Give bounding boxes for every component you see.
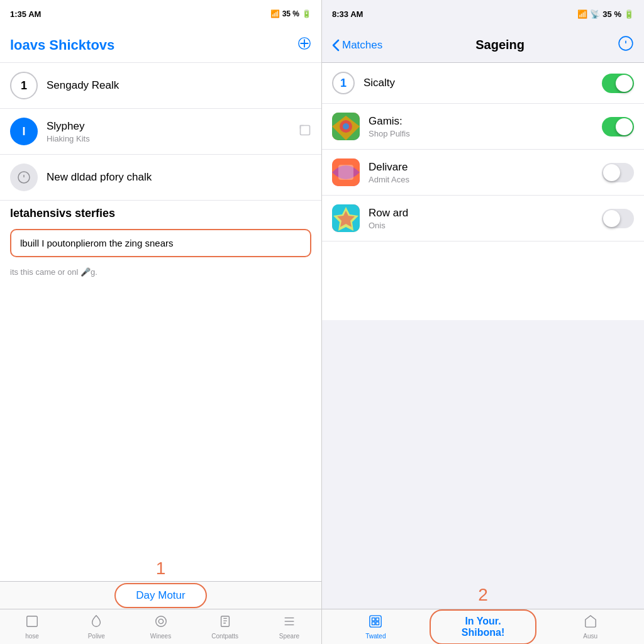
left-status-time: 1:35 AM — [10, 9, 41, 19]
left-header: loavs Shicktovs — [0, 28, 321, 63]
battery-icon-right: 🔋 — [624, 9, 634, 19]
battery-left: 35 % — [282, 9, 299, 18]
toggle-knob — [616, 118, 633, 135]
item-name: Sengady Realk — [47, 79, 311, 92]
left-panel: 1:35 AM 📶 35 % 🔋 loavs Shicktovs 1 Senga… — [0, 0, 322, 644]
toggle-knob — [603, 164, 620, 181]
item-sub: Admit Aces — [369, 175, 593, 184]
item-sub: Onis — [369, 221, 593, 230]
left-header-title: loavs Shicktovs — [10, 37, 114, 53]
reward-icon — [332, 204, 360, 232]
tab-ausu-label: Ausu — [583, 633, 597, 640]
wifi-icon: 📶 — [270, 9, 280, 18]
settings-item-delivare[interactable]: Delivare Admit Aces — [322, 150, 644, 196]
right-header-title: Sageing — [387, 38, 613, 52]
item-name: Delivare — [369, 161, 593, 174]
item-name: Gamis: — [369, 115, 593, 128]
tab-twated[interactable]: Twated — [322, 614, 430, 640]
back-button[interactable]: Matches — [332, 39, 382, 52]
svg-rect-23 — [376, 621, 379, 625]
polive-icon — [89, 614, 103, 631]
right-status-time: 8:33 AM — [332, 9, 363, 19]
toggle-delivare[interactable] — [602, 163, 634, 182]
list-item-text: New dldad pfory chalk — [47, 171, 311, 184]
right-status-icons: 📶 📡 35 % 🔋 — [577, 9, 634, 19]
status-bar-right: 8:33 AM 📶 📡 35 % 🔋 — [322, 0, 644, 28]
tab-in-your[interactable]: In Your. Shibona! — [430, 609, 537, 645]
svg-point-5 — [158, 619, 163, 623]
item-name: Slyphey — [47, 120, 290, 133]
right-header: Matches Sageing — [322, 28, 644, 63]
section-header: letahensivs sterfies — [0, 201, 321, 224]
sub-text: its this came or onl 🎤g. — [10, 267, 311, 277]
settings-item-gamis[interactable]: Gamis: Shop Pulfis — [322, 104, 644, 150]
list-item-text: Slyphey Hiaking Kits — [47, 120, 290, 143]
tab-contpatts[interactable]: Contpatts — [193, 614, 257, 640]
svg-rect-21 — [376, 618, 379, 621]
right-content: 1 Sicalty Gamis: Shop Pulfis — [322, 63, 644, 320]
avatar-number: 1 — [10, 72, 38, 99]
svg-point-4 — [155, 616, 166, 626]
settings-text: Row ard Onis — [369, 207, 593, 230]
tab-hose-label: hose — [25, 633, 39, 640]
item-name: New dldad pfory chalk — [47, 171, 311, 184]
tab-speare-label: Speare — [279, 633, 299, 640]
speare-icon — [282, 614, 296, 631]
avatar-gray — [10, 164, 38, 191]
svg-rect-6 — [221, 616, 229, 626]
tab-ausu[interactable]: Ausu — [536, 614, 644, 640]
tab-polive-label: Polive — [88, 633, 105, 640]
winees-icon — [154, 614, 168, 631]
right-annotation: 2 — [322, 577, 644, 609]
tab-winees-label: Winees — [150, 633, 171, 640]
svg-rect-22 — [372, 621, 375, 625]
in-your-button[interactable]: In Your. Shibona! — [430, 609, 537, 645]
tab-winees[interactable]: Winees — [128, 614, 192, 640]
settings-item-sicalty[interactable]: 1 Sicalty — [322, 63, 644, 104]
svg-rect-1 — [301, 125, 310, 135]
back-label: Matches — [342, 39, 382, 52]
toggle-reward[interactable] — [602, 209, 634, 228]
day-motur-button[interactable]: Day Motur — [114, 583, 206, 608]
twated-icon — [369, 614, 382, 631]
svg-rect-20 — [372, 618, 375, 621]
right-panel: 8:33 AM 📶 📡 35 % 🔋 Matches Sageing 1 — [322, 0, 644, 644]
item-sub: Shop Pulfis — [369, 129, 593, 138]
left-content: 1 Sengady Realk I Slyphey Hiaking Kits — [0, 63, 321, 553]
svg-rect-19 — [370, 615, 381, 626]
toggle-sicalty[interactable] — [602, 74, 634, 93]
list-item[interactable]: I Slyphey Hiaking Kits — [0, 109, 321, 155]
item-name: Row ard — [369, 207, 593, 219]
list-item[interactable]: 1 Sengady Realk — [0, 63, 321, 109]
list-item-text: Sengady Realk — [47, 79, 311, 92]
left-status-icons: 📶 35 % 🔋 — [270, 9, 311, 18]
toggle-gamis[interactable] — [602, 117, 634, 136]
left-annotation: 1 — [0, 553, 321, 581]
settings-text: Delivare Admit Aces — [369, 161, 593, 184]
tab-contpatts-label: Contpatts — [211, 633, 238, 640]
toggle-knob — [603, 210, 620, 227]
external-link-icon — [299, 124, 311, 140]
svg-rect-15 — [338, 165, 353, 180]
deliver-icon — [332, 158, 360, 186]
right-bottom-area — [322, 320, 644, 577]
right-tab-bar: Twated In Your. Shibona! Ausu — [322, 609, 644, 644]
settings-icon[interactable] — [618, 35, 634, 55]
battery-right: 35 % — [602, 9, 621, 19]
settings-text: Sicalty — [364, 77, 593, 89]
settings-item-reward[interactable]: Row ard Onis — [322, 196, 644, 242]
left-header-add-icon[interactable] — [297, 36, 311, 54]
svg-rect-3 — [27, 616, 38, 626]
tab-polive[interactable]: Polive — [64, 614, 128, 640]
left-bottom-bar: Day Motur — [0, 581, 321, 609]
status-bar-left: 1:35 AM 📶 35 % 🔋 — [0, 0, 321, 28]
tab-twated-label: Twated — [365, 633, 386, 640]
tab-hose[interactable]: hose — [0, 614, 64, 640]
toggle-knob — [616, 75, 633, 92]
tab-speare[interactable]: Speare — [257, 614, 321, 640]
hose-icon — [25, 614, 39, 631]
item-sub: Hiaking Kits — [47, 134, 290, 143]
svg-point-13 — [343, 123, 349, 130]
contpatts-icon — [218, 614, 232, 631]
list-item[interactable]: New dldad pfory chalk — [0, 155, 321, 201]
